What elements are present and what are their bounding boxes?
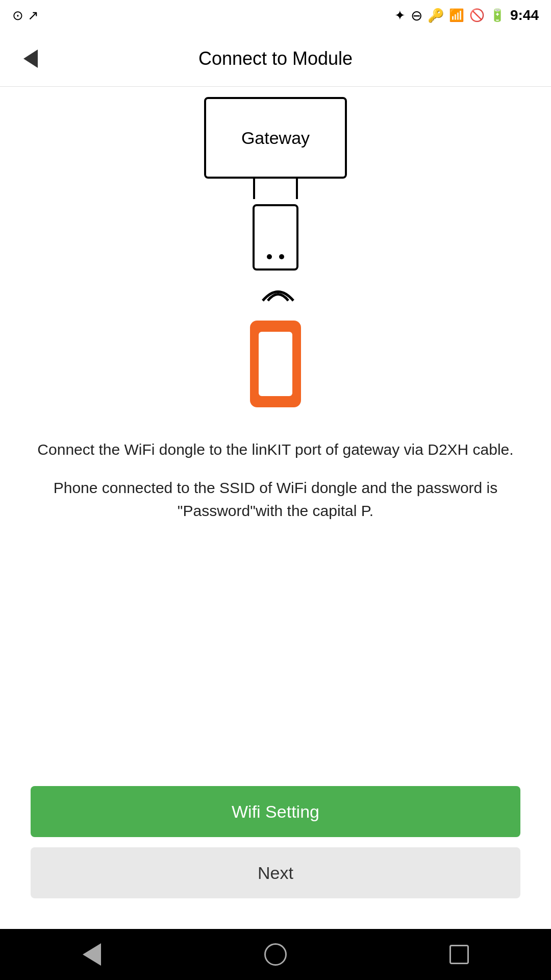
battery-icon: 🔋 (490, 8, 505, 22)
nav-recents-button[interactable] (444, 939, 474, 970)
gateway-leg-left (253, 179, 255, 199)
status-right-icons: ✦ ⊖ 🔑 📶 🚫 🔋 9:44 (394, 7, 539, 24)
gateway-legs (253, 179, 298, 199)
main-content: Gateway (0, 87, 551, 929)
buttons-area: Wifi Setting Next (31, 786, 520, 914)
nav-recents-icon (449, 945, 469, 964)
wifi-setting-button[interactable]: Wifi Setting (31, 786, 520, 837)
signal-off-icon: 🚫 (469, 8, 485, 22)
status-time: 9:44 (510, 7, 539, 23)
header: Connect to Module (0, 31, 551, 87)
phone-screen (259, 332, 292, 396)
key-icon: 🔑 (428, 8, 444, 23)
dongle-dot-left (267, 254, 272, 259)
back-chevron-icon (23, 50, 38, 68)
gateway-container: Gateway (204, 97, 347, 199)
illustration: Gateway (204, 97, 347, 407)
description-area: Connect the WiFi dongle to the linKIT po… (31, 438, 520, 522)
bluetooth-icon: ✦ (394, 8, 406, 23)
description-line2: Phone connected to the SSID of WiFi dong… (31, 476, 520, 522)
cursor-icon: ↗ (28, 8, 39, 23)
minus-circle-icon: ⊖ (411, 7, 422, 24)
usb-dongle (253, 204, 298, 305)
description-line1: Connect the WiFi dongle to the linKIT po… (31, 438, 520, 461)
gateway-box: Gateway (204, 97, 347, 179)
back-button[interactable] (15, 43, 46, 74)
spinner-icon: ⊙ (12, 8, 23, 23)
dongle-dot-right (279, 254, 284, 259)
status-left-icons: ⊙ ↗ (12, 8, 39, 23)
next-button[interactable]: Next (31, 847, 520, 898)
phone-icon (250, 321, 301, 407)
nav-back-button[interactable] (77, 939, 107, 970)
status-bar: ⊙ ↗ ✦ ⊖ 🔑 📶 🚫 🔋 9:44 (0, 0, 551, 31)
nav-home-button[interactable] (260, 939, 291, 970)
dongle-body (253, 204, 298, 271)
header-title: Connect to Module (198, 48, 353, 69)
nav-home-icon (264, 943, 287, 966)
wifi-off-icon: 📶 (449, 8, 464, 22)
nav-back-icon (83, 943, 101, 966)
gateway-leg-right (296, 179, 298, 199)
wifi-waves (258, 273, 298, 305)
gateway-label: Gateway (241, 128, 310, 148)
dongle-dots (267, 254, 284, 259)
bottom-nav (0, 929, 551, 980)
